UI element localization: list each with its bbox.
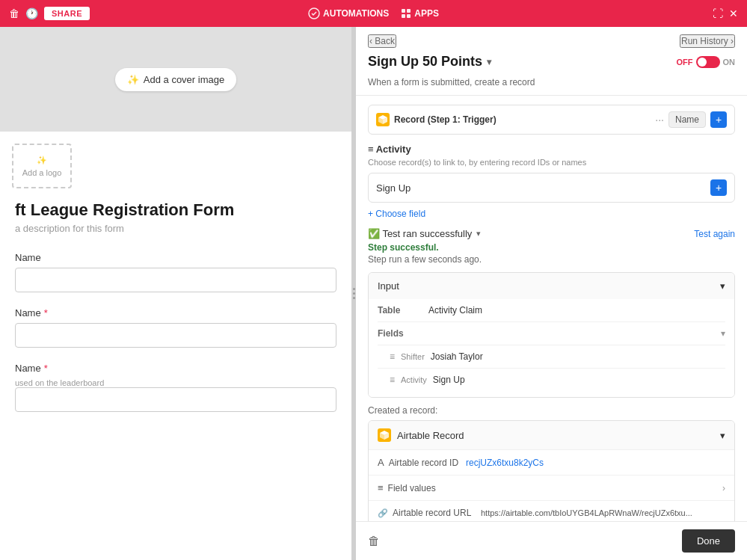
cover-btn-label: Add a cover image [144,74,224,85]
airtable-chevron-icon: ▾ [720,430,725,441]
field-hint-3: used on the leaderboard [15,378,336,387]
apps-label: APPS [401,8,439,19]
form-description: a description for this form [15,223,336,234]
fields-chevron-icon: ▾ [721,328,725,339]
activity-input-row: Sign Up + [368,173,735,203]
svg-rect-1 [402,9,405,13]
sparkle-icon: ✨ [127,74,139,85]
activity-section-desc: Choose record(s) to link to, by entering… [368,158,735,167]
field-values-chevron-icon: › [722,483,725,493]
delete-icon[interactable]: 🗑 [9,7,19,19]
automation-toggle[interactable] [696,56,720,68]
share-button[interactable]: SHARE [44,7,90,20]
shifter-row: ≡ Shifter Josiah Taylor [378,345,725,369]
automation-subtitle: When a form is submitted, create a recor… [368,77,735,95]
field-input-2[interactable] [15,323,336,348]
required-marker-2: * [44,307,48,319]
field-values-icon: ≡ [378,482,384,493]
form-field-2: Name * [15,307,336,348]
svg-rect-3 [402,14,405,18]
trigger-options-icon[interactable]: ··· [655,114,664,126]
trigger-add-button[interactable]: + [710,111,727,128]
automation-title: Sign Up 50 Points ▾ [368,54,491,70]
table-row: Table Activity Claim [378,299,725,322]
cover-area: ✨ Add a cover image [0,27,351,132]
toggle-off-label: OFF [677,58,693,67]
automation-footer: 🗑 Done [356,521,747,560]
back-button[interactable]: ‹ Back [368,34,396,48]
title-chevron-icon[interactable]: ▾ [487,57,491,67]
delete-step-icon[interactable]: 🗑 [368,535,380,548]
airtable-record-box: Airtable Record ▾ A Airtable record ID r… [368,420,735,521]
add-cover-button[interactable]: ✨ Add a cover image [115,68,236,91]
toggle-on-label: ON [723,58,736,67]
test-again-button[interactable]: Test again [694,229,735,239]
panel-divider [351,27,356,560]
airtable-record-icon [378,428,391,442]
test-success-status[interactable]: ✅ Test ran successfully ▾ [368,228,481,239]
activity-section-header: ≡ Activity [368,144,735,155]
field-label-1: Name [15,252,336,263]
trigger-name-badge: Name [668,111,706,128]
sparkle-icon-logo: ✨ [37,156,47,165]
field-input-3[interactable] [15,387,336,412]
trigger-label: Record (Step 1: Trigger) [394,114,651,125]
field-values-row[interactable]: ≡ Field values › [369,475,734,500]
choose-field-button[interactable]: + Choose field [368,209,425,219]
input-collapsible: Input ▾ Table Activity Claim Fields ▾ [368,272,735,398]
form-preview-panel: ✨ Add a cover image ✨ Add a logo ft Leag… [0,27,351,560]
record-id-icon: A [378,457,384,468]
done-button[interactable]: Done [682,529,735,553]
form-field-3: Name * used on the leaderboard [15,363,336,412]
run-history-button[interactable]: Run History › [680,34,735,48]
trigger-row: Record (Step 1: Trigger) ··· Name + [368,105,735,135]
fields-row: Fields ▾ [378,322,725,345]
step-successful-label: Step successful. [368,242,735,253]
activity-add-button[interactable]: + [710,179,727,196]
field-input-1[interactable] [15,268,336,292]
history-icon[interactable]: 🕐 [25,7,38,19]
automation-body: Record (Step 1: Trigger) ··· Name + ≡ Ac… [356,96,747,521]
input-collapsible-header[interactable]: Input ▾ [369,273,734,299]
record-url-value: https://airtable.com/tbIoUYGB4LApRWnaW/r… [481,508,692,517]
required-marker-3: * [44,363,48,374]
airtable-header[interactable]: Airtable Record ▾ [369,421,734,449]
field-label-2: Name * [15,307,336,319]
automation-header: ‹ Back Run History › Sign Up 50 Points ▾… [356,27,747,96]
close-icon[interactable]: ✕ [729,7,738,19]
form-field-1: Name [15,252,336,292]
automations-label: AUTOMATIONS [308,7,389,19]
record-url-icon: 🔗 [378,508,388,518]
step-ran-label: Step run a few seconds ago. [368,254,735,265]
top-bar: 🗑 🕐 SHARE AUTOMATIONS APPS ⛶ ✕ [0,0,747,27]
automations-panel: ‹ Back Run History › Sign Up 50 Points ▾… [356,27,747,560]
test-result-row: ✅ Test ran successfully ▾ Test again [368,228,735,239]
svg-rect-4 [407,14,411,18]
activity-value: Sign Up [376,182,704,194]
record-url-row: 🔗 Airtable record URL https://airtable.c… [369,500,734,521]
form-title: ft League Registration Form [15,200,336,220]
add-logo-button[interactable]: ✨ Add a logo [12,144,72,188]
svg-rect-2 [407,9,411,13]
fullscreen-icon[interactable]: ⛶ [713,7,723,19]
activity-row: ≡ Activity Sign Up [378,369,725,391]
created-label: Created a record: [368,405,735,416]
record-id-value: recjUZx6txu8k2yCs [466,458,544,468]
field-label-3: Name * [15,363,336,374]
airtable-trigger-icon [376,113,390,126]
airtable-record-id-row: A Airtable record ID recjUZx6txu8k2yCs [369,449,734,475]
airtable-record-label: Airtable Record [397,430,464,441]
chevron-down-icon: ▾ [720,280,725,292]
